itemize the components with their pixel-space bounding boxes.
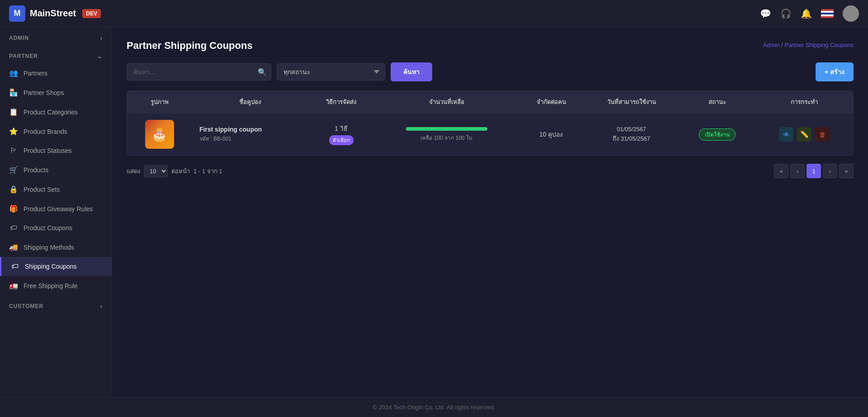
admin-label: ADMIN	[9, 35, 29, 41]
customer-label: CUSTOMER	[9, 303, 43, 309]
admin-chevron-icon[interactable]: ›	[100, 34, 103, 42]
sidebar-item-product-sets[interactable]: 🔒 Product Sets	[0, 180, 112, 199]
sidebar-partner-section[interactable]: PARTNER ⌄	[0, 45, 112, 63]
logo-icon: M	[9, 5, 25, 22]
per-page-suffix: ต่อหน้า	[171, 166, 190, 176]
sidebar-customer-section[interactable]: CUSTOMER ›	[0, 295, 112, 313]
sidebar-item-label: Products	[24, 166, 48, 174]
last-page-btn[interactable]: »	[839, 164, 854, 178]
product-categories-icon: 📋	[9, 108, 18, 116]
sidebar-item-label: Product Sets	[24, 186, 60, 193]
headset-icon[interactable]: 🎧	[780, 8, 792, 19]
sidebar-item-label: Product Brands	[24, 128, 67, 135]
range-text: 1 - 1 จาก 1	[193, 166, 222, 176]
customer-chevron-icon[interactable]: ›	[100, 303, 103, 310]
col-shipping: วิธีการจัดส่ง	[307, 91, 374, 114]
data-table: รูปภาพ ชื่อคูปอง วิธีการจัดส่ง จำนวนที่เ…	[127, 90, 854, 156]
method-count: 1 วิธี	[315, 123, 367, 133]
topbar-left: M MainStreet DEV	[9, 5, 101, 22]
create-button[interactable]: + สร้าง	[816, 62, 854, 81]
col-image: รูปภาพ	[127, 91, 192, 114]
product-statuses-icon: 🏳	[9, 147, 18, 155]
free-shipping-icon: 🚛	[9, 281, 18, 290]
col-status: สถานะ	[679, 91, 755, 114]
pagination-left: แสดง 10 25 50 ต่อหน้า 1 - 1 จาก 1	[127, 165, 222, 177]
col-date: วันที่สามารถใช้งาน	[584, 91, 679, 114]
show-label: แสดง	[127, 166, 140, 176]
cell-status: เปิดใช้งาน	[679, 114, 755, 156]
next-page-btn[interactable]: ›	[823, 164, 837, 178]
sidebar-item-label: Product Giveaway Rules	[24, 205, 93, 213]
per-page-select[interactable]: 10 25 50	[144, 165, 168, 177]
sidebar-item-free-shipping-rule[interactable]: 🚛 Free Shipping Rule	[0, 276, 112, 295]
sidebar-item-product-statuses[interactable]: 🏳 Product Statuses	[0, 141, 112, 160]
logo: M MainStreet	[9, 5, 76, 22]
cell-actions: 👁 ✏️ 🗑	[755, 114, 853, 156]
date-to: ถึง 31/05/2567	[591, 134, 672, 144]
edit-button[interactable]: ✏️	[797, 127, 811, 142]
col-actions: การกระทำ	[755, 91, 853, 114]
shipping-methods-icon: 🚚	[9, 243, 18, 251]
page-title: Partner Shipping Coupons	[127, 40, 253, 52]
page-header: Partner Shipping Coupons Admin / Partner…	[127, 40, 854, 52]
first-page-btn[interactable]: «	[774, 164, 788, 178]
chat-icon[interactable]: 💬	[760, 8, 771, 19]
pagination-row: แสดง 10 25 50 ต่อหน้า 1 - 1 จาก 1 « ‹ 1 …	[127, 164, 854, 178]
progress-text: เหลือ 100 จาก 100 ใบ	[382, 133, 511, 142]
sidebar-item-product-categories[interactable]: 📋 Product Categories	[0, 102, 112, 122]
col-remaining: จำนวนที่เหลือ	[375, 91, 519, 114]
breadcrumb-separator: /	[781, 42, 784, 48]
search-button[interactable]: ค้นหา	[391, 62, 432, 81]
sidebar-item-label: Product Coupons	[24, 224, 72, 232]
cell-limit: 10 คูปอง	[519, 114, 584, 156]
action-buttons: 👁 ✏️ 🗑	[763, 127, 846, 142]
topbar: M MainStreet DEV 💬 🎧 🔔	[0, 0, 868, 27]
limit-text: 10 คูปอง	[539, 131, 563, 138]
partner-chevron-icon[interactable]: ⌄	[97, 52, 103, 60]
main-layout: ADMIN › PARTNER ⌄ 👥 Partners 🏪 Partner S…	[0, 27, 868, 397]
cell-name: First sipping coupon รหัส : BB-001	[192, 114, 307, 156]
sidebar-admin-section: ADMIN ›	[0, 27, 112, 45]
method-badge: ตัวเลือก	[329, 135, 354, 145]
coupon-name: First sipping coupon	[199, 126, 300, 133]
breadcrumb-current[interactable]: Partner Shipping Coupons	[785, 42, 854, 48]
sidebar-item-product-brands[interactable]: ⭐ Product Brands	[0, 122, 112, 141]
sidebar-item-product-coupons[interactable]: 🏷 Product Coupons	[0, 218, 112, 237]
col-limit: จำกัดต่อคน	[519, 91, 584, 114]
status-badge: เปิดใช้งาน	[699, 128, 736, 141]
user-avatar[interactable]	[843, 5, 859, 22]
product-brands-icon: ⭐	[9, 127, 18, 136]
prev-page-btn[interactable]: ‹	[790, 164, 805, 178]
footer-text: © 2024 Tech Origin Co. Ltd. All rights r…	[373, 404, 495, 411]
cell-image: 🎂	[127, 114, 192, 156]
coupon-image-placeholder: 🎂	[145, 120, 174, 149]
partners-icon: 👥	[9, 69, 18, 77]
search-input[interactable]	[127, 63, 271, 81]
view-button[interactable]: 👁	[779, 127, 793, 142]
sidebar-item-label: Product Statuses	[24, 147, 72, 154]
product-coupons-icon: 🏷	[9, 224, 18, 232]
sidebar-item-products[interactable]: 🛒 Products	[0, 160, 112, 180]
filter-bar: 🔍 ทุกสถานะ เปิดใช้งาน ปิดใช้งาน ค้นหา + …	[127, 62, 854, 81]
sidebar-item-product-giveaway-rules[interactable]: 🎁 Product Giveaway Rules	[0, 199, 112, 218]
progress-wrap: เหลือ 100 จาก 100 ใบ	[382, 127, 511, 142]
page-1-btn[interactable]: 1	[807, 164, 821, 178]
sidebar-item-shipping-coupons[interactable]: 🏷 Shipping Coupons	[0, 257, 112, 276]
sidebar-item-label: Shipping Methods	[24, 244, 74, 251]
delete-button[interactable]: 🗑	[815, 127, 830, 142]
footer: © 2024 Tech Origin Co. Ltd. All rights r…	[0, 397, 868, 417]
partner-shops-icon: 🏪	[9, 88, 18, 97]
breadcrumb-home[interactable]: Admin	[763, 42, 780, 48]
search-icon[interactable]: 🔍	[258, 68, 267, 76]
topbar-right: 💬 🎧 🔔	[760, 5, 859, 22]
sidebar-item-shipping-methods[interactable]: 🚚 Shipping Methods	[0, 237, 112, 257]
breadcrumb: Admin / Partner Shipping Coupons	[763, 42, 854, 48]
status-select[interactable]: ทุกสถานะ เปิดใช้งาน ปิดใช้งาน	[277, 63, 385, 81]
cell-remaining: เหลือ 100 จาก 100 ใบ	[375, 114, 519, 156]
flag-thailand	[821, 9, 834, 18]
progress-bar-fill	[406, 127, 487, 131]
sidebar-item-partner-shops[interactable]: 🏪 Partner Shops	[0, 83, 112, 102]
sidebar-item-partners[interactable]: 👥 Partners	[0, 63, 112, 83]
bell-icon[interactable]: 🔔	[801, 8, 812, 19]
shipping-coupons-icon: 🏷	[10, 262, 19, 270]
